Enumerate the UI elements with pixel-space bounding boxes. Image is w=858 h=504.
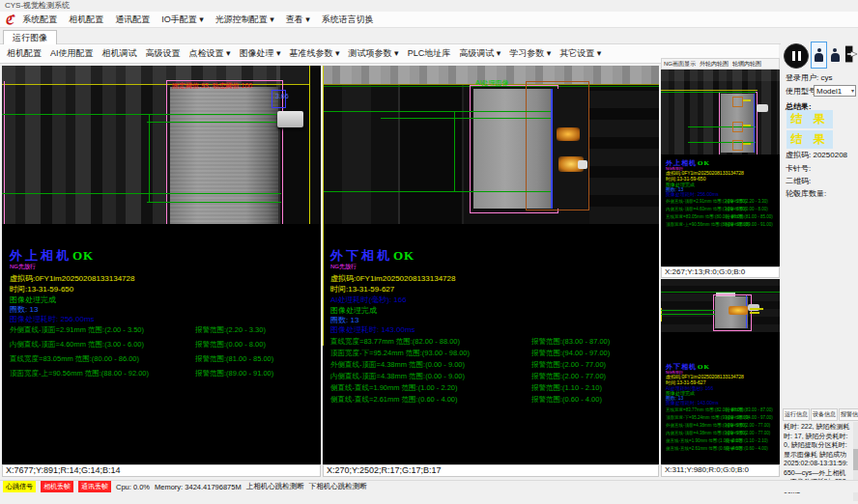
pause-button[interactable]	[784, 43, 809, 69]
tab-run-image[interactable]: 运行图像	[3, 30, 57, 45]
heartbeat-badge: 心跳信号	[3, 481, 36, 492]
toolbar-item[interactable]: 高级设置	[146, 47, 181, 60]
operator-mode-button[interactable]	[811, 42, 827, 69]
measurement-row: 顶面宽度-下=95.24mm 范围:(93.00 - 98.00) 报警范围:(…	[666, 415, 778, 423]
measurement-row: 直线宽度=83.05mm 范围:(80.00 - 86.00) 报警范围:(81…	[666, 214, 778, 222]
result-subtitle: NG先放行	[10, 263, 36, 271]
measurement-row: 直线宽度=83.05mm 范围:(80.00 - 86.00) 报警范围:(81…	[10, 354, 319, 369]
clamp-object	[757, 104, 768, 112]
menu-item[interactable]: 相机配置	[69, 14, 103, 26]
clamp-highlight	[578, 160, 587, 169]
measurement-value: 外侧直线-顶面=4.38mm 范围:(0.00 - 9.00)	[666, 423, 726, 431]
measurement-alarm: 报警范围:(0.60 - 4.00)	[531, 395, 657, 406]
guide-line-yellow-edge	[323, 66, 324, 346]
elapsed-line: 图像处理耗时: 143.00ms	[330, 324, 415, 335]
window-title: CYS-视觉检测系统	[5, 1, 70, 10]
measurement-alarm: 报警范围:(81.00 - 85.00)	[195, 354, 319, 369]
toolbar-item[interactable]: 高级调试 ▾	[459, 47, 500, 60]
measure-line-green-3	[2, 193, 281, 194]
mini-elapsed-line: 图像处理耗时: 256.00ms	[666, 191, 719, 197]
toolbar-item[interactable]: 其它设置 ▾	[559, 47, 601, 60]
measurement-alarm: 报警范围:(89.00 - 91.00)	[195, 369, 319, 383]
measurement-alarm: 报警范围:(0.00 - 8.00)	[726, 207, 778, 214]
toolbar-item[interactable]: 相机调试	[102, 47, 137, 60]
menu-item[interactable]: 查看 ▾	[286, 14, 310, 26]
measurement-row: 顶面宽度-上=90.56mm 范围:(88.00 - 92.00) 报警范围:(…	[10, 369, 319, 383]
measurement-alarm: 报警范围:(2.00 - 77.00)	[726, 431, 778, 438]
admin-mode-button[interactable]	[828, 44, 842, 66]
menu-bar: ℭ 系统配置相机配置通讯配置IO手配置 ▾光源控制配置 ▾查看 ▾系统语言切换	[0, 12, 858, 28]
measurement-alarm: 报警范围:(2.00 - 77.00)	[531, 372, 657, 383]
app-logo-icon: ℭ	[5, 13, 14, 27]
measurement-value: 顶面宽度-上=90.56mm 范围:(88.00 - 92.00)	[666, 222, 726, 230]
camera-viewport-lower[interactable]: AI处理图像	[323, 66, 659, 224]
camera-name: 外上相机	[10, 248, 72, 263]
info-tab[interactable]: 运行信息	[783, 408, 810, 421]
model-select[interactable]: Model1 ▾	[814, 85, 856, 97]
toolbar-item[interactable]: PLC地址库	[408, 47, 451, 60]
toolbar-item[interactable]: 学习参数 ▾	[509, 47, 551, 60]
measurement-alarm: 报警范围:(89.00 - 91.00)	[726, 222, 778, 230]
mini-measurement-list: 外侧直线-顶面=2.91mm 范围:(2.00 - 3.50) 报警范围:(2.…	[666, 199, 778, 230]
menu-item[interactable]: 系统配置	[22, 14, 57, 26]
menu-item[interactable]: 通讯配置	[115, 14, 150, 26]
camera-viewport-upper[interactable]: 3.66 固定阈值:93, 动态阈值:100	[2, 66, 321, 224]
measurement-value: 顶面宽度-下=95.24mm 范围:(93.00 - 98.00)	[666, 415, 726, 423]
measurement-value: 直线宽度=83.77mm 范围:(82.00 - 88.00)	[330, 337, 531, 349]
defect-label-mark-2	[750, 312, 759, 314]
measurement-alarm: 报警范围:(1.10 - 2.10)	[726, 438, 778, 446]
measure-line-green-2	[661, 314, 715, 315]
measurement-value: 直线宽度=83.05mm 范围:(80.00 - 86.00)	[10, 354, 195, 369]
exit-button[interactable]	[844, 42, 858, 67]
toolbar-item[interactable]: 相机配置	[7, 47, 42, 60]
model-select-value: Model1	[816, 87, 842, 96]
menu-item[interactable]: IO手配置 ▾	[161, 14, 204, 26]
measurement-alarm: 报警范围:(2.00 - 77.00)	[531, 360, 657, 372]
measure-line-green-1	[661, 92, 756, 93]
toolbar-item[interactable]: 基准线参数 ▾	[290, 47, 340, 60]
toolbar-item[interactable]: 测试项参数 ▾	[349, 47, 399, 60]
menu-item[interactable]: 光源控制配置 ▾	[215, 14, 274, 26]
toolbar-item[interactable]: 图像处理 ▾	[240, 47, 281, 60]
detect-value-label: 3.66	[275, 93, 289, 99]
mini-viewport-bottom[interactable]	[661, 279, 780, 332]
mini-panel-tab[interactable]: 轮辋内轮图	[732, 60, 761, 69]
ai-time-line: AI处理耗时(毫秒): 166	[330, 294, 407, 305]
user-dark-icon	[831, 48, 840, 62]
login-user-row: 登录用户: cys	[786, 72, 832, 83]
defect-label-mark-3	[743, 143, 751, 145]
result-status-ok: OK	[698, 363, 710, 371]
toolbar-item[interactable]: 点检设置 ▾	[189, 47, 231, 60]
measurement-alarm: 报警范围:(0.60 - 4.00)	[726, 446, 778, 454]
login-user-value: cys	[820, 73, 832, 82]
measurement-row: 侧直线-直线=1.90mm 范围:(1.00 - 2.20) 报警范围:(1.1…	[330, 383, 657, 395]
measurement-list: 外侧直线-顶面=2.91mm 范围:(2.00 - 3.50) 报警范围:(2.…	[10, 325, 319, 383]
measurement-row: 外侧直线-顶面=2.91mm 范围:(2.00 - 3.50) 报警范围:(2.…	[666, 199, 778, 207]
mini-panel-tab[interactable]: 外轮内轮图	[700, 60, 729, 69]
measurement-row: 侧直线-直线=2.61mm 范围:(0.60 - 4.00) 报警范围:(0.6…	[330, 395, 657, 406]
pin-number-label: 卡针号:	[786, 163, 811, 174]
status-bar: 心跳信号 相机丢帧 通讯丢帧 Cpu: 0.0% Memory: 3424.41…	[0, 480, 858, 492]
exit-door-icon	[844, 44, 858, 64]
log-scrollbar-thumb[interactable]	[853, 449, 858, 470]
measure-line-green-1	[323, 111, 553, 112]
mini-panel-tab[interactable]: NG画面显示	[664, 60, 696, 69]
camera-drop-badge: 相机丢帧	[41, 481, 73, 492]
machine-column-light	[342, 85, 371, 224]
measurement-value: 外侧直线-顶面=2.91mm 范围:(2.00 - 3.50)	[666, 199, 726, 207]
measurement-value: 外侧直线-顶面=2.91mm 范围:(2.00 - 3.50)	[10, 325, 195, 340]
info-tab[interactable]: 设备信息	[811, 408, 838, 421]
machine-top-band	[661, 70, 780, 81]
clamp-object	[277, 111, 303, 127]
info-tab[interactable]: 报警信息	[839, 408, 858, 421]
measurement-value: 顶面宽度-上=90.56mm 范围:(88.00 - 92.00)	[10, 369, 195, 383]
measurement-value: 内侧直线-顶面=4.38mm 范围:(0.00 - 9.00)	[330, 372, 531, 383]
measurement-row: 外侧直线-顶面=2.91mm 范围:(2.00 - 3.50) 报警范围:(2.…	[10, 325, 319, 340]
toolbar-item[interactable]: AI使用配置	[50, 47, 94, 60]
menu-item[interactable]: 系统语言切换	[322, 14, 374, 26]
measure-line-green-2	[147, 122, 281, 123]
mini-panel-bottom: 外下相机OK NG先放行 虚拟码:0FY1im20250208133134728…	[661, 279, 780, 464]
result-status-ok: OK	[698, 159, 710, 167]
mini-viewport-top[interactable]	[661, 70, 780, 154]
measurement-value: 直线宽度=83.05mm 范围:(80.00 - 86.00)	[666, 214, 726, 222]
